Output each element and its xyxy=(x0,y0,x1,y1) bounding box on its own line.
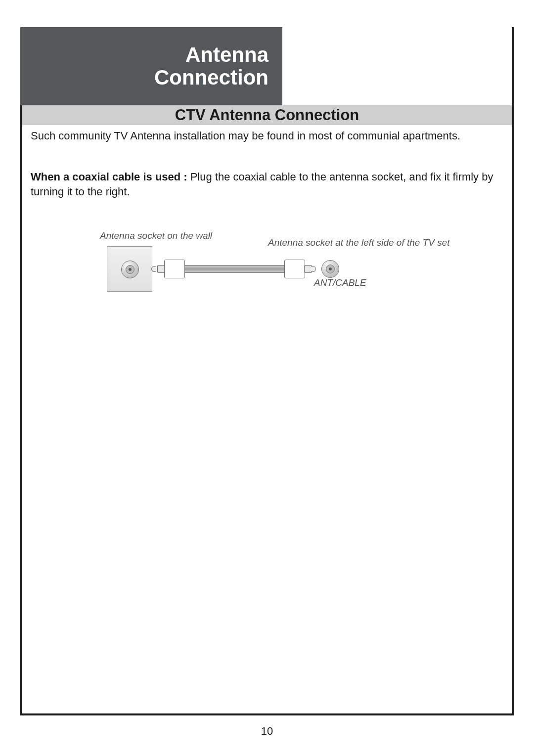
wall-plate-icon xyxy=(107,246,152,292)
coax-connector-pin xyxy=(129,268,132,271)
chapter-title-line1: Antenna xyxy=(185,44,268,66)
section-title-bar: CTV Antenna Connection xyxy=(22,105,512,125)
tv-socket-label: Antenna socket at the left side of the T… xyxy=(268,237,450,248)
section-title: CTV Antenna Connection xyxy=(175,106,359,124)
tv-coax-connector-inner xyxy=(326,265,335,273)
coax-connector-icon xyxy=(121,261,139,278)
cable-tip-right-icon xyxy=(311,266,316,272)
connection-diagram: Antenna socket on the wall Antenna socke… xyxy=(0,213,534,321)
wall-socket-label: Antenna socket on the wall xyxy=(100,230,212,241)
coax-connector-inner xyxy=(126,265,134,274)
page-number: 10 xyxy=(0,725,534,738)
ant-cable-label: ANT/CABLE xyxy=(314,277,366,288)
tv-coax-connector-icon xyxy=(321,260,339,278)
intro-paragraph: Such community TV Antenna installation m… xyxy=(31,129,505,143)
tv-coax-connector-pin xyxy=(329,267,332,270)
manual-page: Antenna Connection CTV Antenna Connectio… xyxy=(0,0,534,756)
cable-plug-left-icon xyxy=(164,260,185,278)
chapter-title-bar: Antenna Connection xyxy=(20,27,282,105)
coax-cable-icon xyxy=(185,265,284,273)
coax-paragraph: When a coaxial cable is used : Plug the … xyxy=(31,170,505,199)
cable-plug-right-icon xyxy=(284,260,305,278)
coax-label: When a coaxial cable is used : xyxy=(31,171,190,183)
chapter-title-line2: Connection xyxy=(154,66,268,89)
cable-tip-left-icon xyxy=(151,266,156,272)
